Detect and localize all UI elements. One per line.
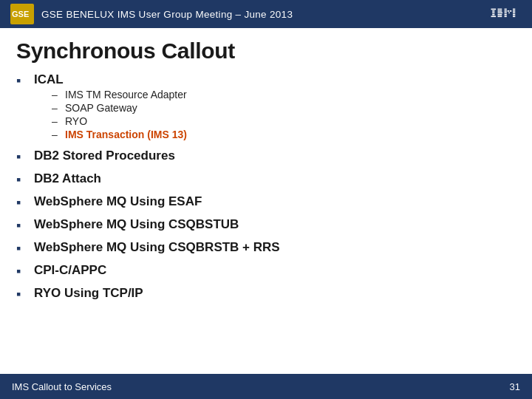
ryo-tcp-label: RYO Using TCP/IP [34,286,143,301]
footer-page-number: 31 [510,381,520,392]
svg-rect-15 [498,16,500,17]
bullet-icon-mq-esaf: ▪ [16,195,27,211]
sub-text-1: SOAP Gateway [65,102,137,114]
svg-rect-16 [500,16,502,17]
svg-rect-23 [505,13,507,14]
bullet-icon-cpi: ▪ [16,264,27,279]
page-heading: Synchronous Callout [16,38,516,64]
ical-label: ICAL [34,72,64,86]
bullet-mq-csqbrstb: ▪ WebSphere MQ Using CSQBRSTB + RRS [16,240,516,256]
sub-text-2: RYO [65,115,87,127]
header-left: GSE GSE BENELUX IMS User Group Meeting –… [10,4,293,24]
sub-item-2: – RYO [52,115,187,127]
bullet-icon-db2attach: ▪ [16,172,27,188]
main-content: Synchronous Callout ▪ ICAL – IMS TM Reso… [0,28,532,368]
db2attach-label: DB2 Attach [34,171,101,186]
header-title: GSE BENELUX IMS User Group Meeting – Jun… [41,9,293,20]
svg-rect-13 [498,14,500,16]
mq-csqbstub-label: WebSphere MQ Using CSQBSTUB [34,217,239,232]
gse-logo-icon: GSE [10,4,34,24]
svg-rect-19 [505,10,507,12]
svg-rect-10 [500,10,502,12]
svg-rect-22 [513,10,515,12]
mq-csqbrstb-label: WebSphere MQ Using CSQBRSTB + RRS [34,240,280,255]
sub-dash-1: – [52,102,59,114]
svg-text:GSE: GSE [12,10,29,18]
svg-rect-27 [513,14,515,16]
bullet-icon-ical: ▪ [16,73,27,89]
sub-item-0: – IMS TM Resource Adapter [52,89,187,100]
db2sp-label: DB2 Stored Procedures [34,149,175,163]
svg-rect-3 [492,10,494,12]
svg-rect-2 [491,9,497,10]
cpi-label: CPI-C/APPC [34,263,106,278]
bullet-ical: ▪ ICAL – IMS TM Resource Adapter – SOAP … [16,72,516,142]
bullet-cpi: ▪ CPI-C/APPC [16,263,516,279]
sub-text-0: IMS TM Resource Adapter [65,89,187,100]
svg-rect-9 [498,10,500,12]
bullet-icon-mq-csqbrstb: ▪ [16,241,27,256]
svg-rect-5 [492,14,494,16]
bullet-mq-csqbstub: ▪ WebSphere MQ Using CSQBSTUB [16,217,516,233]
footer-label: IMS Callout to Services [12,381,112,392]
ibm-logo-icon [491,7,522,21]
sub-text-3: IMS Transaction (IMS 13) [65,129,187,140]
bullet-db2attach: ▪ DB2 Attach [16,171,516,188]
sub-dash-0: – [52,89,59,100]
bullet-icon-mq-csqbstub: ▪ [16,218,27,233]
svg-rect-24 [508,13,510,14]
mq-esaf-label: WebSphere MQ Using ESAF [34,194,202,209]
svg-rect-18 [513,9,515,10]
sub-item-3: – IMS Transaction (IMS 13) [52,129,187,140]
bullet-db2sp: ▪ DB2 Stored Procedures [16,149,516,165]
svg-rect-26 [505,14,507,16]
sub-dash-3: – [52,129,59,140]
bullet-icon-db2sp: ▪ [16,149,27,165]
svg-rect-25 [513,13,515,14]
svg-rect-14 [500,14,502,16]
svg-rect-4 [492,13,494,14]
svg-rect-8 [500,9,502,10]
svg-rect-17 [505,9,507,10]
footer: IMS Callout to Services 31 [0,374,532,399]
svg-rect-20 [508,10,509,12]
svg-rect-28 [505,16,507,17]
bullet-mq-esaf: ▪ WebSphere MQ Using ESAF [16,194,516,211]
bullet-ryo-tcp: ▪ RYO Using TCP/IP [16,286,516,302]
svg-rect-6 [491,16,497,17]
svg-rect-11 [498,13,500,14]
svg-rect-21 [510,10,511,12]
header: GSE GSE BENELUX IMS User Group Meeting –… [0,0,532,28]
sub-item-1: – SOAP Gateway [52,102,187,114]
svg-rect-7 [498,9,500,10]
ical-content: ICAL – IMS TM Resource Adapter – SOAP Ga… [34,72,187,142]
bullet-icon-ryo-tcp: ▪ [16,287,27,302]
ical-subbullets: – IMS TM Resource Adapter – SOAP Gateway… [52,89,187,140]
svg-rect-12 [500,13,502,14]
sub-dash-2: – [52,115,59,127]
svg-rect-29 [513,16,515,17]
